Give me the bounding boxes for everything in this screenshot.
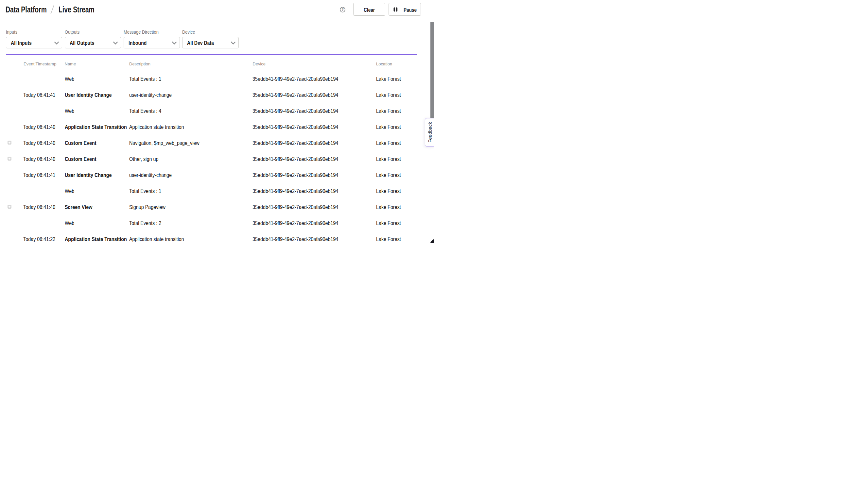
svg-text:?: ? xyxy=(341,7,343,11)
